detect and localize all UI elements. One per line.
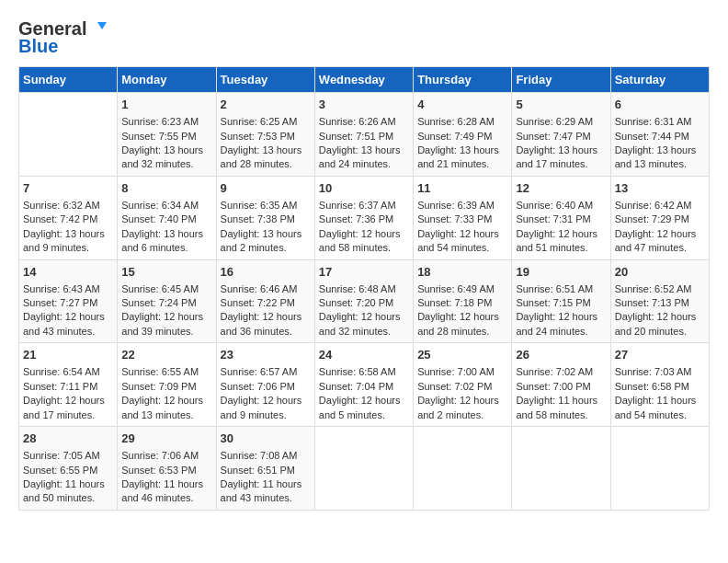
day-info-line: Sunset: 6:55 PM (23, 464, 113, 477)
day-info-line: Daylight: 11 hours (516, 394, 606, 408)
day-number: 16 (221, 264, 311, 281)
day-info-line: Sunrise: 6:43 AM (23, 282, 113, 296)
day-info-line: and 43 minutes. (221, 491, 311, 505)
calendar-cell (314, 427, 413, 511)
day-info-line: Sunset: 7:00 PM (516, 380, 606, 394)
day-info-line: and 20 minutes. (615, 325, 705, 339)
day-info-line: and 54 minutes. (417, 241, 507, 255)
day-info-line: Sunset: 7:51 PM (319, 130, 409, 144)
weekday-header-cell: Wednesday (314, 67, 413, 93)
day-info-line: Sunrise: 6:32 AM (23, 199, 113, 213)
day-info-line: Sunset: 7:53 PM (221, 130, 311, 144)
day-info-line: Daylight: 13 hours (417, 144, 507, 157)
day-info-line: and 6 minutes. (121, 241, 211, 255)
day-info-line: Sunrise: 6:55 AM (121, 365, 211, 379)
day-info-line: Sunset: 7:47 PM (516, 130, 606, 144)
calendar-cell: 19Sunrise: 6:51 AMSunset: 7:15 PMDayligh… (512, 259, 610, 343)
day-info-line: Sunset: 7:18 PM (417, 296, 507, 310)
calendar-cell: 3Sunrise: 6:26 AMSunset: 7:51 PMDaylight… (314, 93, 413, 177)
day-info-line: Daylight: 13 hours (516, 144, 606, 157)
logo-bird-icon (88, 20, 107, 39)
day-info-line: Sunset: 7:11 PM (23, 380, 113, 394)
day-number: 7 (23, 180, 113, 197)
day-info-line: Sunrise: 6:39 AM (417, 199, 507, 213)
calendar-cell: 4Sunrise: 6:28 AMSunset: 7:49 PMDaylight… (414, 93, 512, 177)
day-number: 21 (23, 347, 113, 363)
day-info-line: Sunset: 7:04 PM (319, 380, 409, 394)
calendar-cell: 9Sunrise: 6:35 AMSunset: 7:38 PMDaylight… (216, 176, 314, 259)
weekday-header-cell: Tuesday (216, 67, 314, 93)
day-info-line: and 58 minutes. (516, 408, 606, 422)
day-info-line: Daylight: 12 hours (319, 227, 409, 241)
day-info-line: and 24 minutes. (319, 157, 409, 171)
day-info-line: Daylight: 11 hours (221, 477, 311, 491)
calendar-week-row: 1Sunrise: 6:23 AMSunset: 7:55 PMDaylight… (19, 93, 710, 177)
day-info-line: Daylight: 12 hours (23, 394, 113, 408)
calendar-cell: 24Sunrise: 6:58 AMSunset: 7:04 PMDayligh… (314, 343, 413, 427)
day-number: 4 (417, 97, 507, 113)
day-info-line: Sunset: 7:24 PM (121, 296, 211, 310)
calendar-week-row: 7Sunrise: 6:32 AMSunset: 7:42 PMDaylight… (19, 176, 710, 259)
calendar-cell: 15Sunrise: 6:45 AMSunset: 7:24 PMDayligh… (118, 259, 216, 343)
day-info-line: Sunset: 7:42 PM (23, 213, 113, 226)
calendar-cell: 29Sunrise: 7:06 AMSunset: 6:53 PMDayligh… (118, 427, 216, 511)
day-info-line: Sunrise: 6:46 AM (221, 282, 311, 296)
day-info-line: Daylight: 13 hours (319, 144, 409, 157)
day-info-line: Daylight: 13 hours (121, 144, 211, 157)
calendar-cell: 5Sunrise: 6:29 AMSunset: 7:47 PMDaylight… (512, 93, 610, 177)
day-info-line: Sunset: 7:44 PM (615, 130, 705, 144)
day-info-line: and 39 minutes. (121, 325, 211, 339)
day-info-line: Daylight: 13 hours (615, 144, 705, 157)
header: General Blue (18, 18, 710, 57)
day-info-line: and 21 minutes. (417, 157, 507, 171)
day-number: 3 (319, 97, 409, 113)
weekday-header-cell: Monday (118, 67, 216, 93)
day-info-line: and 50 minutes. (23, 491, 113, 505)
day-info-line: Sunrise: 6:54 AM (23, 365, 113, 379)
day-info-line: Sunrise: 6:29 AM (516, 115, 606, 129)
day-info-line: Daylight: 12 hours (121, 310, 211, 324)
day-number: 23 (221, 347, 311, 363)
day-info-line: and 43 minutes. (23, 325, 113, 339)
day-info-line: and 24 minutes. (516, 325, 606, 339)
day-info-line: Sunset: 7:22 PM (221, 296, 311, 310)
day-info-line: Daylight: 12 hours (615, 310, 705, 324)
logo: General Blue (18, 18, 107, 57)
calendar-cell: 23Sunrise: 6:57 AMSunset: 7:06 PMDayligh… (216, 343, 314, 427)
day-info-line: and 9 minutes. (23, 241, 113, 255)
day-info-line: Sunrise: 7:02 AM (516, 365, 606, 379)
day-info-line: and 17 minutes. (516, 157, 606, 171)
day-info-line: Sunset: 7:27 PM (23, 296, 113, 310)
calendar-cell: 21Sunrise: 6:54 AMSunset: 7:11 PMDayligh… (19, 343, 118, 427)
day-info-line: and 13 minutes. (615, 157, 705, 171)
day-info-line: Sunrise: 6:42 AM (615, 199, 705, 213)
day-number: 6 (615, 97, 705, 113)
day-info-line: and 51 minutes. (516, 241, 606, 255)
calendar-cell: 28Sunrise: 7:05 AMSunset: 6:55 PMDayligh… (19, 427, 118, 511)
calendar-cell (512, 427, 610, 511)
day-number: 24 (319, 347, 409, 363)
day-info-line: Sunrise: 6:48 AM (319, 282, 409, 296)
day-number: 17 (319, 264, 409, 281)
logo-text-block: General Blue (18, 18, 107, 57)
day-number: 29 (121, 431, 211, 447)
weekday-header-cell: Sunday (19, 67, 118, 93)
calendar-cell (414, 427, 512, 511)
weekday-header-cell: Friday (512, 67, 610, 93)
day-info-line: Sunset: 7:09 PM (121, 380, 211, 394)
day-number: 28 (23, 431, 113, 447)
day-info-line: Sunrise: 6:51 AM (516, 282, 606, 296)
day-info-line: Sunset: 6:53 PM (121, 464, 211, 477)
calendar-cell: 11Sunrise: 6:39 AMSunset: 7:33 PMDayligh… (414, 176, 512, 259)
calendar-cell: 25Sunrise: 7:00 AMSunset: 7:02 PMDayligh… (414, 343, 512, 427)
calendar-cell: 2Sunrise: 6:25 AMSunset: 7:53 PMDaylight… (216, 93, 314, 177)
day-info-line: Sunset: 7:15 PM (516, 296, 606, 310)
logo-blue: Blue (18, 36, 58, 57)
day-info-line: Sunrise: 7:08 AM (221, 449, 311, 463)
day-info-line: and 17 minutes. (23, 408, 113, 422)
day-number: 11 (417, 180, 507, 197)
day-info-line: Daylight: 13 hours (121, 227, 211, 241)
day-info-line: Sunrise: 6:25 AM (221, 115, 311, 129)
calendar-cell: 18Sunrise: 6:49 AMSunset: 7:18 PMDayligh… (414, 259, 512, 343)
calendar-cell: 8Sunrise: 6:34 AMSunset: 7:40 PMDaylight… (118, 176, 216, 259)
